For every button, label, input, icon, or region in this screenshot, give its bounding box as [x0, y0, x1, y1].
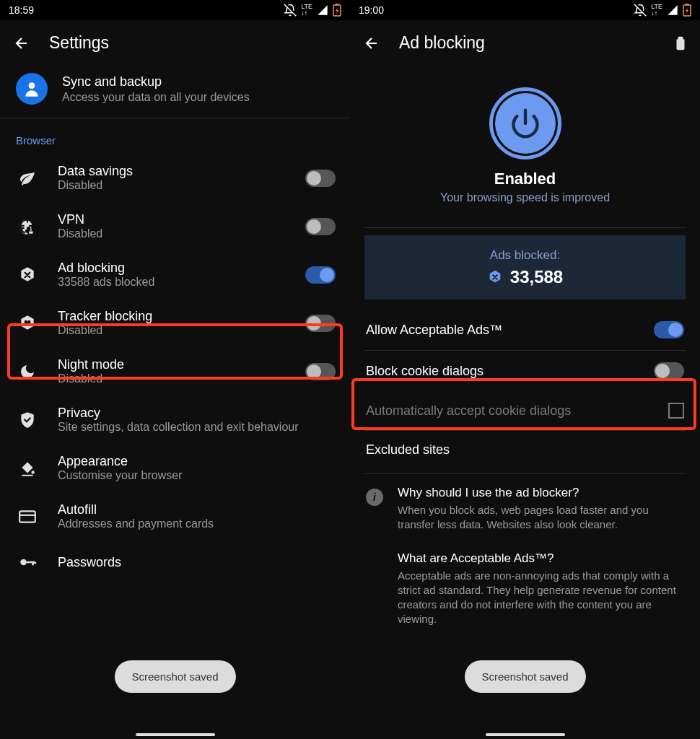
- excluded-sites-row[interactable]: Excluded sites: [350, 431, 700, 469]
- row-title: Ad blocking: [58, 261, 286, 276]
- row-title: Tracker blocking: [58, 309, 286, 324]
- shield-check-icon: [18, 411, 37, 429]
- enabled-title: Enabled: [494, 170, 556, 188]
- row-title: Autofill: [58, 502, 336, 517]
- power-status: Enabled Your browsing speed is improved: [350, 66, 700, 220]
- divider: [364, 227, 686, 228]
- night-mode-row[interactable]: Night mode Disabled: [0, 347, 350, 395]
- row-title: Night mode: [58, 357, 286, 372]
- svg-rect-1: [336, 4, 338, 5]
- hex-x-icon: [487, 269, 503, 285]
- vpn-row[interactable]: VPN Disabled: [0, 202, 350, 250]
- section-browser-label: Browser: [0, 124, 350, 154]
- sync-and-backup-row[interactable]: Sync and backup Access your data on all …: [0, 66, 350, 118]
- passwords-row[interactable]: Passwords: [0, 541, 350, 595]
- row-subtitle: Disabled: [58, 227, 286, 240]
- row-subtitle: Disabled: [58, 372, 286, 385]
- svg-rect-6: [19, 511, 35, 522]
- row-title: Privacy: [58, 406, 336, 421]
- data-savings-row[interactable]: Data savings Disabled: [0, 154, 350, 202]
- ad-blocking-toggle[interactable]: [305, 266, 336, 284]
- enabled-subtitle: Your browsing speed is improved: [440, 191, 610, 204]
- autofill-row[interactable]: Autofill Addresses and payment cards: [0, 492, 350, 541]
- info-why-ad-blocker: i Why should I use the ad blocker? When …: [350, 478, 700, 540]
- toast: Screenshot saved: [114, 660, 235, 693]
- leaf-icon: [19, 170, 36, 187]
- lte-icon: LTE↓↑: [651, 4, 662, 17]
- ad-blocking-header: Ad blocking: [350, 20, 700, 66]
- toast: Screenshot saved: [464, 660, 585, 693]
- row-subtitle: Disabled: [58, 324, 286, 337]
- ad-blocking-screen: 19:00 LTE↓↑ Ad blocking Enabled Your bro…: [350, 0, 700, 739]
- bucket-icon: [18, 459, 37, 478]
- status-bar: 18:59 LTE↓↑: [0, 0, 350, 20]
- privacy-row[interactable]: Privacy Site settings, data collection a…: [0, 395, 350, 444]
- settings-screen: 18:59 LTE↓↑ Settings Sync and backup Acc…: [0, 0, 350, 739]
- row-subtitle: Addresses and payment cards: [58, 517, 336, 530]
- power-button[interactable]: [489, 87, 561, 159]
- acceptable-ads-toggle[interactable]: [654, 321, 684, 338]
- key-icon: [18, 553, 37, 572]
- vpn-toggle[interactable]: [305, 218, 336, 235]
- battery-icon: [683, 4, 691, 17]
- info-question: What are Acceptable Ads™?: [398, 551, 684, 566]
- block-cookie-toggle[interactable]: [654, 362, 684, 380]
- svg-point-3: [25, 320, 27, 325]
- signal-icon: [667, 4, 678, 16]
- hex-x-icon: [18, 266, 37, 284]
- battery-icon: [333, 4, 341, 17]
- back-icon[interactable]: [13, 35, 30, 52]
- hex-shoe-icon: [18, 314, 37, 333]
- page-title: Ad blocking: [399, 33, 485, 53]
- allow-acceptable-ads-row[interactable]: Allow Acceptable Ads™: [350, 310, 700, 350]
- block-cookie-dialogs-row[interactable]: Block cookie dialogs: [350, 351, 700, 391]
- ads-blocked-count: 33,588: [510, 267, 563, 287]
- notifications-off-icon: [634, 4, 647, 17]
- person-icon: [22, 79, 41, 98]
- row-title: VPN: [58, 212, 286, 227]
- info-answer: When you block ads, web pages load faste…: [398, 503, 684, 533]
- signal-icon: [317, 4, 328, 16]
- tracker-blocking-toggle[interactable]: [305, 315, 336, 332]
- info-icon: i: [366, 489, 383, 506]
- trash-icon[interactable]: [673, 35, 688, 51]
- appearance-row[interactable]: Appearance Customise your browser: [0, 444, 350, 492]
- row-title: Excluded sites: [366, 442, 684, 458]
- ads-blocked-box: Ads blocked: 33,588: [364, 235, 686, 299]
- credit-card-icon: [18, 507, 37, 526]
- row-title: Automatically accept cookie dialogs: [366, 403, 655, 419]
- tracker-blocking-row[interactable]: Tracker blocking Disabled: [0, 299, 350, 347]
- sync-subtitle: Access your data on all your devices: [62, 91, 250, 104]
- home-indicator[interactable]: [136, 733, 215, 736]
- data-savings-toggle[interactable]: [305, 170, 336, 187]
- row-title: Block cookie dialogs: [366, 364, 641, 379]
- night-mode-toggle[interactable]: [305, 363, 336, 380]
- ads-blocked-label: Ads blocked:: [364, 248, 686, 263]
- lte-icon: LTE↓↑: [301, 4, 312, 17]
- auto-accept-cookie-row: Automatically accept cookie dialogs: [350, 391, 700, 430]
- row-title: Passwords: [58, 555, 336, 570]
- row-subtitle: Customise your browser: [58, 469, 336, 482]
- svg-point-2: [29, 82, 35, 89]
- svg-point-4: [27, 320, 30, 325]
- status-icons: LTE↓↑: [284, 4, 341, 17]
- svg-point-5: [31, 471, 34, 473]
- row-subtitle: 33588 ads blocked: [58, 276, 286, 289]
- row-subtitle: Site settings, data collection and exit …: [58, 421, 336, 434]
- status-icons: LTE↓↑: [634, 4, 691, 17]
- row-title: Appearance: [58, 454, 336, 469]
- home-indicator[interactable]: [486, 733, 565, 736]
- sync-title: Sync and backup: [62, 74, 250, 89]
- auto-accept-checkbox: [668, 403, 684, 419]
- svg-point-8: [20, 559, 27, 566]
- power-icon: [509, 108, 541, 139]
- avatar: [16, 73, 48, 105]
- ad-blocking-row[interactable]: Ad blocking 33588 ads blocked: [0, 250, 350, 299]
- status-time: 18:59: [9, 4, 34, 16]
- divider: [0, 118, 350, 118]
- row-title: Data savings: [58, 164, 286, 179]
- info-question: Why should I use the ad blocker?: [398, 486, 684, 500]
- svg-rect-10: [686, 4, 688, 5]
- status-bar: 19:00 LTE↓↑: [350, 0, 700, 20]
- back-icon[interactable]: [363, 35, 380, 52]
